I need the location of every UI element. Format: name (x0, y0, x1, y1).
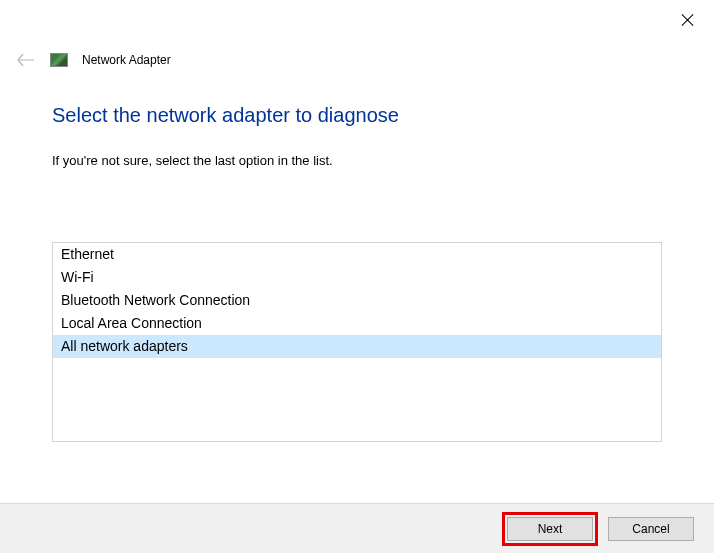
content-area: Select the network adapter to diagnose I… (0, 70, 714, 442)
cancel-button[interactable]: Cancel (608, 517, 694, 541)
page-subtitle: If you're not sure, select the last opti… (52, 153, 662, 168)
list-item-all-adapters[interactable]: All network adapters (53, 335, 661, 358)
adapter-listbox[interactable]: Ethernet Wi-Fi Bluetooth Network Connect… (52, 242, 662, 442)
list-item-local-area[interactable]: Local Area Connection (53, 312, 661, 335)
network-adapter-icon (50, 53, 68, 67)
page-heading: Select the network adapter to diagnose (52, 104, 662, 127)
next-button[interactable]: Next (507, 517, 593, 541)
back-arrow-icon (16, 50, 36, 70)
close-icon[interactable] (680, 12, 696, 28)
wizard-title: Network Adapter (82, 53, 171, 67)
list-item-ethernet[interactable]: Ethernet (53, 243, 661, 266)
list-item-wifi[interactable]: Wi-Fi (53, 266, 661, 289)
wizard-footer: Next Cancel (0, 503, 714, 553)
next-highlight: Next (502, 512, 598, 546)
list-item-bluetooth[interactable]: Bluetooth Network Connection (53, 289, 661, 312)
wizard-header: Network Adapter (0, 0, 714, 70)
